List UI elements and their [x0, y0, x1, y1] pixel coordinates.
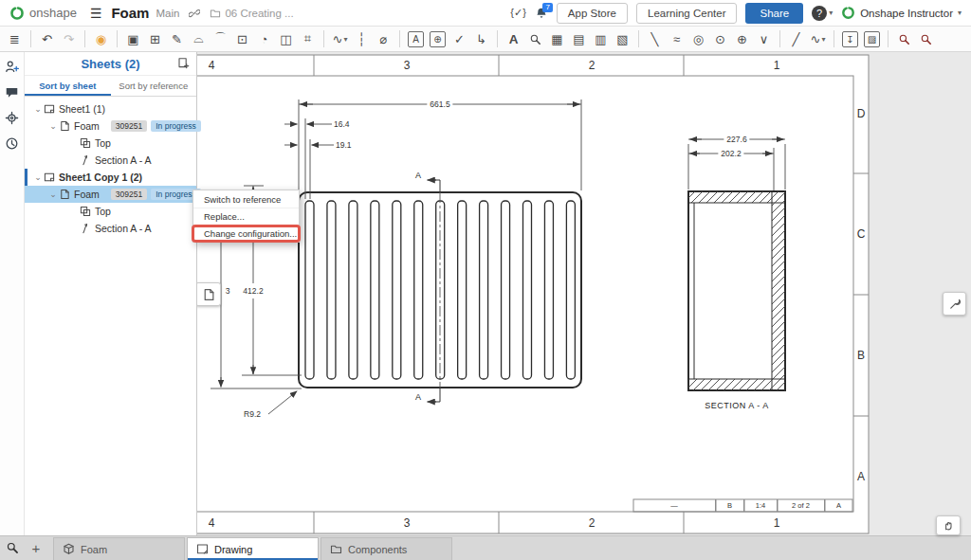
insert-view-icon[interactable]: ▣ — [123, 29, 143, 49]
spell-check-icon[interactable]: ✓ — [449, 29, 469, 49]
toolbar-divider — [834, 30, 834, 47]
find-annotation-icon[interactable] — [525, 29, 545, 49]
linked-document[interactable]: 06 Creating ... — [210, 8, 293, 19]
follow-user-icon[interactable] — [4, 58, 21, 75]
app-store-button[interactable]: App Store — [557, 3, 628, 24]
section-view-icon[interactable]: ⊡ — [232, 29, 252, 49]
undo-icon[interactable]: ↶ — [37, 29, 57, 49]
broken-view-icon[interactable]: ◫ — [276, 29, 296, 49]
edit-sketch-icon[interactable]: ✎ — [167, 29, 187, 49]
add-sheet-button[interactable] — [177, 57, 190, 69]
balloon-icon[interactable]: ⊕ — [430, 31, 446, 47]
bom-table-icon[interactable]: ▥ — [591, 29, 611, 49]
spline-icon[interactable]: ∿▾ — [808, 29, 828, 49]
history-icon[interactable] — [4, 135, 21, 152]
search-tabs-icon[interactable] — [0, 535, 25, 560]
document-tabs: FoamDrawingComponents — [53, 537, 454, 560]
dimension-icon[interactable]: ╲ — [645, 29, 665, 49]
chevron-expand-icon[interactable]: ⌄ — [47, 190, 59, 199]
toolbar-divider — [888, 30, 889, 47]
update-views-icon[interactable]: ◉ — [91, 29, 111, 49]
geometric-tolerance-icon[interactable]: ⊙ — [710, 29, 730, 49]
share-button[interactable]: Share — [745, 3, 803, 24]
section-view-label: SECTION A - A — [705, 401, 769, 410]
account-menu[interactable]: Onshape Instructor ▾ — [841, 6, 962, 20]
detail-view-icon[interactable]: ◔ — [254, 29, 274, 49]
tab-sort-by-reference[interactable]: Sort by reference — [111, 76, 197, 96]
tree-item-section-a-a[interactable]: Section A - A — [25, 220, 196, 237]
hole-callout-icon[interactable]: ⊕ — [732, 29, 752, 49]
tab-components[interactable]: Components — [321, 537, 452, 560]
linked-document-name: 06 Creating ... — [225, 8, 293, 19]
versions-icon[interactable] — [4, 109, 21, 126]
spline-tool-icon[interactable]: ∿▾ — [330, 29, 350, 49]
tree-item-top[interactable]: Top — [25, 135, 196, 152]
wrench-tools-button[interactable] — [943, 292, 966, 316]
leader-icon[interactable]: ↳ — [471, 29, 491, 49]
dimension-section-inner[interactable]: 202.2 — [718, 149, 743, 158]
chevron-expand-icon[interactable]: ⌄ — [32, 104, 44, 114]
tree-item-sheet1-1[interactable]: ⌄Sheet1 (1) — [25, 100, 196, 117]
help-menu[interactable]: ? ▾ — [812, 6, 833, 21]
auxiliary-view-icon[interactable]: ⌒ — [211, 29, 230, 49]
projected-view-icon[interactable]: ⌓ — [189, 29, 209, 49]
tab-drawing[interactable]: Drawing — [187, 537, 319, 560]
text-icon[interactable]: A — [504, 29, 523, 49]
weld-symbol-icon[interactable]: ∨ — [754, 29, 774, 49]
add-tab-button[interactable]: + — [25, 535, 47, 560]
tree-item-top[interactable]: Top — [25, 203, 196, 220]
tree-item-foam[interactable]: ⌄Foam309251In progress — [25, 117, 196, 135]
redo-icon[interactable]: ↷ — [59, 29, 79, 49]
menu-icon[interactable]: ☰ — [90, 6, 102, 21]
pan-hand-icon — [943, 519, 955, 532]
crop-view-icon[interactable]: ⌗ — [298, 29, 318, 49]
tab-foam[interactable]: Foam — [53, 537, 185, 560]
tree-item-section-a-a[interactable]: Section A - A — [25, 152, 196, 169]
zone-column-bottom-1: 1 — [774, 516, 780, 530]
tab-label: Foam — [81, 544, 107, 555]
sheets-panel-toggle-icon[interactable]: ≣ — [5, 29, 25, 49]
centerline-icon[interactable]: ┆ — [352, 29, 372, 49]
notifications-bell-icon[interactable]: 7 — [535, 7, 548, 20]
surface-finish-icon[interactable]: ≈ — [667, 29, 687, 49]
datum-icon[interactable]: ◎ — [688, 29, 708, 49]
onshape-logo[interactable]: onshape — [9, 6, 77, 21]
chevron-expand-icon[interactable]: ⌄ — [47, 121, 59, 131]
general-table-icon[interactable]: ▤ — [569, 29, 589, 49]
dimension-section-outer[interactable]: 227.6 — [724, 135, 749, 144]
dimension-slot-length[interactable]: 412.2 — [240, 286, 266, 296]
center-mark-icon[interactable]: ⌀ — [374, 29, 394, 49]
measure-scale-icon[interactable] — [916, 29, 936, 49]
annotation-highlight-box — [192, 225, 301, 243]
hole-table-icon[interactable]: ▦ — [547, 29, 567, 49]
context-menu-item-replace[interactable]: Replace... — [193, 208, 299, 225]
learning-center-button[interactable]: Learning Center — [636, 3, 737, 24]
tree-item-sheet1-copy-1-2[interactable]: ⌄Sheet1 Copy 1 (2) — [25, 169, 196, 186]
context-menu-item-change-configuration[interactable]: Change configuration... — [193, 225, 299, 242]
export-dwg-icon[interactable]: ↧ — [842, 31, 858, 47]
view-badge-button[interactable] — [195, 282, 221, 306]
dimension-offset-first[interactable]: 16.4 — [334, 119, 350, 129]
dimension-corner-radius[interactable]: R9.2 — [244, 409, 261, 419]
note-icon[interactable]: A — [408, 31, 424, 47]
chevron-expand-icon[interactable]: ⌄ — [32, 172, 44, 182]
workspace-name[interactable]: Main — [156, 8, 179, 19]
measure-icon[interactable] — [894, 29, 914, 49]
part-icon — [59, 189, 70, 200]
link-icon[interactable] — [189, 8, 200, 19]
comments-icon[interactable] — [4, 83, 21, 100]
dimension-overall-width[interactable]: 661.5 — [427, 99, 452, 109]
cut-list-icon[interactable]: ▧ — [613, 29, 632, 49]
dimension-offset-second[interactable]: 19.1 — [336, 140, 352, 150]
left-icon-strip — [0, 52, 25, 535]
dimension-occluded[interactable]: 3 — [223, 286, 233, 296]
context-menu-item-switch-to-reference[interactable]: Switch to reference — [193, 190, 299, 208]
line-tool-icon[interactable]: ╱ — [786, 29, 806, 49]
view-properties-icon[interactable]: ⊞ — [145, 29, 165, 49]
versions-brace-icon[interactable]: {✓} — [510, 7, 526, 19]
export-image-icon[interactable]: ▨ — [864, 31, 880, 47]
pan-button[interactable] — [936, 515, 961, 535]
tab-sort-by-sheet[interactable]: Sort by sheet — [25, 76, 111, 96]
tree-item-foam[interactable]: ⌄Foam309251In progress — [25, 186, 196, 203]
title-block-cell: 1:4 — [744, 499, 778, 512]
